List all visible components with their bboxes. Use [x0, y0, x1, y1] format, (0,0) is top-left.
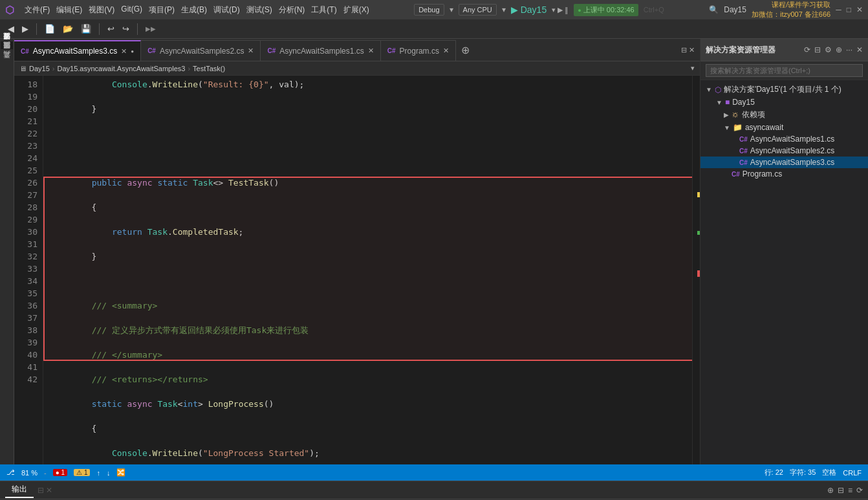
breadcrumb-class[interactable]: Day15.asyncawait.AsyncAwaitSamples3 [57, 65, 185, 72]
sidebar-tab-toolbox[interactable]: 工具箱 [1, 60, 13, 67]
output-header: 输出 ⊟ ✕ ⊕ ⊟ ≡ ⟳ [0, 481, 868, 499]
new-file-btn[interactable]: 📄 [42, 23, 58, 35]
char-info: 字符: 35 [790, 468, 816, 477]
bc-sep-1: › [52, 65, 55, 72]
cpu-selector[interactable]: Any CPU [459, 4, 497, 16]
tab-close-2[interactable]: ✕ [368, 47, 374, 55]
run-button[interactable]: ▶ Day15 [511, 5, 547, 15]
menu-git[interactable]: Git(G) [121, 5, 142, 16]
menu-edit[interactable]: 编辑(E) [56, 5, 82, 16]
undo-btn[interactable]: ↩ [105, 23, 117, 35]
tab-asyncawaitsamples3[interactable]: C# AsyncAwaitSamples3.cs ✕ [14, 40, 141, 61]
minimize-btn[interactable]: ─ [836, 5, 841, 14]
open-btn[interactable]: 📂 [60, 23, 76, 35]
menu-tools[interactable]: 工具(T) [311, 5, 336, 16]
cs-icon-3: C# [267, 47, 276, 54]
dep-icon: ⛭ [732, 111, 739, 120]
back-btn[interactable]: ◀ [5, 23, 17, 35]
toolbar-sep3 [137, 23, 138, 35]
solution-label: 解决方案'Day15'(1 个项目/共 1 个) [724, 84, 841, 95]
tree-file-1[interactable]: ▶ C# AsyncAwaitSamples1.cs [700, 133, 868, 145]
line-numbers: 18 19 20 21 22 23 24 25 26 27 28 29 30 3… [14, 76, 43, 464]
tree-asyncawait-folder[interactable]: ▼ 📁 asyncawait [700, 122, 868, 133]
cs-icon-1: C# [21, 48, 29, 55]
search-icon[interactable]: 🔍 [709, 5, 719, 14]
sidebar-tab-explorer[interactable]: 资源管理器 [1, 41, 13, 49]
warning-badge[interactable]: ⚠ 1 [74, 469, 90, 476]
output-ctrl-3[interactable]: ≡ [848, 486, 852, 495]
code-editor[interactable]: 18 19 20 21 22 23 24 25 26 27 28 29 30 3… [14, 76, 700, 464]
file1-label: AsyncAwaitSamples1.cs [750, 135, 835, 144]
code-content[interactable]: Console.WriteLine("Result: {0}", val); }… [43, 76, 692, 464]
tab-add-btn[interactable]: ⊕ [456, 44, 475, 56]
tree-file-2[interactable]: ▶ C# AsyncAwaitSamples2.cs [700, 145, 868, 157]
menu-build[interactable]: 生成(B) [181, 5, 207, 16]
git-icon: ⎇ [6, 468, 15, 477]
cpu-sep: ▾ [502, 5, 506, 14]
forward-btn[interactable]: ▶ [19, 23, 31, 35]
breadcrumb-method[interactable]: TestTask() [193, 65, 225, 72]
redo-btn[interactable]: ↪ [120, 23, 132, 35]
arrow-down[interactable]: ↓ [107, 469, 111, 477]
tab-panel-btns[interactable]: ⊟ ✕ [681, 46, 700, 54]
toolbar-sep2 [99, 23, 100, 35]
menu-extensions[interactable]: 扩展(X) [343, 5, 369, 16]
tab-bar: C# AsyncAwaitSamples3.cs ✕ C# AsyncAwait… [14, 39, 700, 61]
scrollbar-green [697, 231, 700, 235]
tab-asyncawaitsamples1[interactable]: C# AsyncAwaitSamples1.cs ✕ [261, 40, 380, 61]
menu-project[interactable]: 项目(P) [149, 5, 175, 16]
tab-programcs[interactable]: C# Program.cs ✕ [381, 40, 456, 61]
maximize-btn[interactable]: □ [847, 5, 851, 14]
se-sync-icon[interactable]: ⟳ [804, 45, 810, 54]
solution-arrow: ▼ [706, 86, 712, 93]
tab-asyncawaitsamples2[interactable]: C# AsyncAwaitSamples2.cs ✕ [141, 40, 261, 61]
breadcrumb-collapse[interactable]: ▾ [691, 64, 695, 72]
output-ctrl-2[interactable]: ⊟ [838, 486, 844, 495]
tab-close-3[interactable]: ✕ [443, 47, 449, 55]
tab-label-0: AsyncAwaitSamples3.cs [33, 47, 118, 56]
folder-label: asyncawait [745, 123, 783, 132]
se-collapse-icon[interactable]: ⊟ [814, 45, 821, 54]
branch-icon: 🔀 [116, 468, 125, 477]
tree-file-4[interactable]: ▶ C# Program.cs [700, 168, 868, 180]
se-search-input[interactable] [706, 64, 863, 77]
tab-label-1: AsyncAwaitSamples2.cs [160, 47, 244, 56]
se-filter-icon[interactable]: ⚙ [825, 45, 832, 54]
tab-close-1[interactable]: ✕ [248, 47, 254, 55]
title-bar-center: Debug ▾ Any CPU ▾ ▶ Day15 ▾ ▶ ‖ ● 上课中 00… [414, 4, 664, 16]
se-more-icon[interactable]: ⊕ [836, 45, 842, 54]
debug-sep: ▾ [450, 5, 453, 14]
toolbar-more[interactable]: ▶▶ [143, 24, 158, 34]
output-ctrl-1[interactable]: ⊕ [827, 486, 834, 495]
tab-close-0[interactable]: ✕ [121, 47, 127, 56]
output-tab-output[interactable]: 输出 [5, 482, 34, 498]
output-controls: ⊕ ⊟ ≡ ⟳ [827, 486, 863, 495]
solution-root[interactable]: ▼ ⬡ 解决方案'Day15'(1 个项目/共 1 个) [700, 83, 868, 96]
debug-config[interactable]: Debug [414, 4, 444, 16]
menu-debug[interactable]: 调试(D) [213, 5, 240, 16]
arrow-up[interactable]: ↑ [96, 469, 100, 477]
output-ctrl-4[interactable]: ⟳ [856, 486, 863, 495]
menu-test[interactable]: 测试(S) [246, 5, 272, 16]
sidebar-tab-team[interactable]: 团队资源管理器 [1, 50, 13, 58]
error-badge[interactable]: ● 1 [53, 469, 67, 476]
scrollbar[interactable] [692, 76, 700, 464]
close-btn[interactable]: ✕ [856, 5, 863, 14]
zoom-level[interactable]: 81 % [21, 469, 38, 477]
file4-label: Program.cs [743, 169, 782, 179]
tree-file-3[interactable]: ▶ C# AsyncAwaitSamples3.cs [700, 157, 868, 168]
tree-dependencies[interactable]: ▶ ⛭ 依赖项 [700, 108, 868, 122]
spaces-info: 空格 [822, 468, 836, 477]
se-settings-icon[interactable]: ··· [846, 45, 852, 54]
tab-label-3: Program.cs [400, 47, 439, 56]
right-panel: 解决方案资源管理器 ⟳ ⊟ ⚙ ⊕ ··· ✕ ▼ ⬡ 解决方案'Day15'(… [700, 39, 868, 464]
menu-file[interactable]: 文件(F) [25, 5, 50, 16]
breadcrumb-day15[interactable]: Day15 [29, 65, 50, 72]
se-close-icon[interactable]: ✕ [856, 45, 863, 54]
breadcrumb-bar: 🖥 Day15 › Day15.asyncawait.AsyncAwaitSam… [14, 61, 700, 76]
menu-analyze[interactable]: 分析(N) [279, 5, 305, 16]
menu-view[interactable]: 视图(V) [89, 5, 114, 16]
save-all-btn[interactable]: 💾 [78, 23, 94, 35]
project-day15[interactable]: ▼ ■ Day15 [700, 96, 868, 108]
file4-cs-icon: C# [732, 171, 740, 178]
